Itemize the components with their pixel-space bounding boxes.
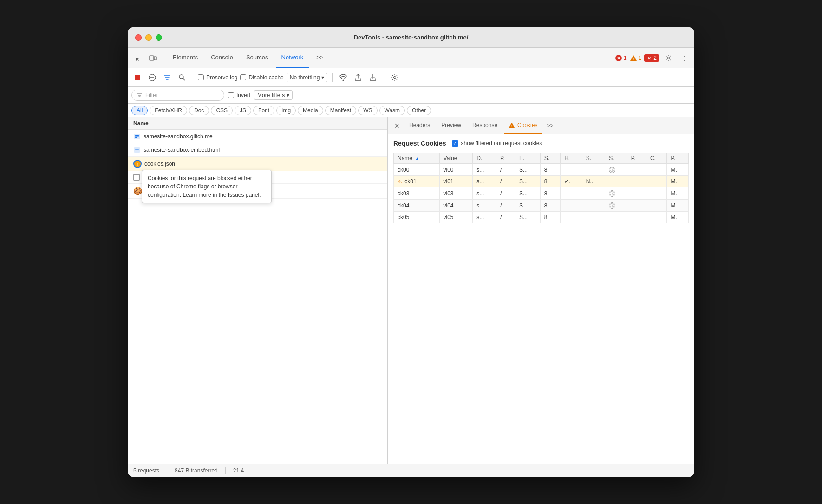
- wifi-icon[interactable]: [337, 71, 349, 84]
- svg-point-15: [179, 75, 183, 79]
- filter-wasm[interactable]: Wasm: [379, 106, 405, 115]
- devtools-body: Elements Console Sources Network >> ✕: [128, 48, 694, 477]
- filter-all[interactable]: All: [131, 106, 148, 115]
- list-item-warning[interactable]: ! cookies.json Cookies for this request …: [128, 157, 387, 171]
- cookie-tooltip: Cookies for this request are blocked eit…: [142, 170, 272, 203]
- table-header-row: Name ▲ Value D. P. E. S. H. S. S. P. C.: [394, 153, 689, 164]
- cursor-icon[interactable]: [131, 52, 144, 65]
- cell-name: ⚠ ck01: [394, 176, 440, 187]
- more-filters-chevron-icon: [287, 92, 289, 98]
- cell-name: ck03: [394, 187, 440, 200]
- col-s2[interactable]: S.: [582, 153, 605, 164]
- show-filtered-label[interactable]: ✓ show filtered out request cookies: [452, 140, 542, 147]
- tab-sources[interactable]: Sources: [241, 48, 274, 68]
- col-value[interactable]: Value: [439, 153, 473, 164]
- issues-badge[interactable]: ✕ 2: [644, 54, 659, 62]
- disable-cache-checkbox[interactable]: Disable cache: [240, 74, 283, 81]
- col-c[interactable]: C.: [646, 153, 666, 164]
- tab-more[interactable]: >>: [311, 48, 329, 68]
- info-icon[interactable]: ⓘ: [609, 167, 615, 173]
- tab-preview[interactable]: Preview: [437, 117, 466, 134]
- info-icon[interactable]: ⓘ: [609, 190, 615, 197]
- filter-media[interactable]: Media: [298, 106, 323, 115]
- tab-cookies[interactable]: ! Cookies: [504, 117, 542, 134]
- show-filtered-checkbox[interactable]: ✓: [452, 140, 458, 147]
- tab-network[interactable]: Network: [276, 48, 309, 68]
- tab-elements[interactable]: Elements: [167, 48, 203, 68]
- preserve-log-checkbox[interactable]: Preserve log: [198, 74, 237, 81]
- warning-triangle-icon: ⚠: [398, 179, 402, 184]
- cell-c: [646, 200, 666, 212]
- doc-icon: [133, 146, 141, 154]
- separator: [163, 53, 163, 63]
- filter-bar: Filter Invert More filters: [128, 87, 694, 104]
- cell-s: 8: [540, 164, 560, 176]
- list-item[interactable]: samesite-sandbox-embed.html: [128, 143, 387, 157]
- filter-js[interactable]: JS: [235, 106, 251, 115]
- main-content: Name samesite-sandbox.glitch.me: [128, 117, 694, 464]
- filter-ws[interactable]: WS: [358, 106, 377, 115]
- maximize-button[interactable]: [156, 34, 162, 41]
- device-toggle-icon[interactable]: [146, 52, 159, 65]
- cell-value: vl05: [439, 212, 473, 223]
- minimize-button[interactable]: [145, 34, 152, 41]
- error-badge[interactable]: ✕ 1: [615, 54, 627, 62]
- close-button[interactable]: [135, 34, 142, 41]
- tab-console[interactable]: Console: [205, 48, 239, 68]
- cell-d: s...: [473, 176, 496, 187]
- clear-icon[interactable]: [146, 71, 158, 84]
- filter-type-row: All Fetch/XHR Doc CSS JS Font Img Media …: [128, 104, 694, 117]
- upload-icon[interactable]: [352, 71, 364, 84]
- info-icon[interactable]: ⓘ: [609, 202, 615, 209]
- svg-rect-25: [135, 150, 139, 150]
- filter-input-container[interactable]: Filter: [131, 90, 224, 101]
- col-name[interactable]: Name ▲: [394, 153, 440, 164]
- traffic-lights: [135, 34, 162, 41]
- filter-css[interactable]: CSS: [211, 106, 233, 115]
- more-filters-btn[interactable]: More filters: [254, 90, 293, 100]
- settings-icon[interactable]: [662, 52, 675, 65]
- panel-close-icon[interactable]: ✕: [391, 120, 403, 131]
- cell-p: /: [496, 212, 515, 223]
- settings-network-icon[interactable]: [389, 71, 401, 84]
- col-p3[interactable]: P.: [667, 153, 689, 164]
- col-e[interactable]: E.: [515, 153, 541, 164]
- col-s3[interactable]: S.: [605, 153, 627, 164]
- panel-more-icon[interactable]: >>: [544, 123, 556, 129]
- warning-badge[interactable]: ! 1: [630, 54, 642, 62]
- svg-text:!: !: [137, 163, 138, 166]
- download-icon[interactable]: [367, 71, 379, 84]
- col-s[interactable]: S.: [540, 153, 560, 164]
- cell-p3: M.: [667, 164, 689, 176]
- tab-headers[interactable]: Headers: [404, 117, 435, 134]
- record-stop-icon[interactable]: ⏹: [131, 71, 144, 84]
- cell-value: vl03: [439, 187, 473, 200]
- col-h[interactable]: H.: [561, 153, 582, 164]
- cell-s: 8: [540, 212, 560, 223]
- cell-d: s...: [473, 187, 496, 200]
- col-d[interactable]: D.: [473, 153, 496, 164]
- cell-p2: [627, 212, 646, 223]
- col-p2[interactable]: P.: [627, 153, 646, 164]
- throttle-select[interactable]: No throttling: [287, 73, 328, 82]
- cell-c: [646, 187, 666, 200]
- cell-h: ✓.: [561, 176, 582, 187]
- filter-other[interactable]: Other: [407, 106, 431, 115]
- table-row: ck05 vl05 s... / S... 8: [394, 212, 689, 223]
- filter-fetch-xhr[interactable]: Fetch/XHR: [150, 106, 187, 115]
- list-item[interactable]: samesite-sandbox.glitch.me: [128, 130, 387, 143]
- filter-img[interactable]: Img: [276, 106, 296, 115]
- filter-font[interactable]: Font: [253, 106, 274, 115]
- more-options-icon[interactable]: ⋮: [678, 52, 691, 65]
- invert-checkbox[interactable]: Invert: [228, 92, 250, 98]
- filter-manifest[interactable]: Manifest: [325, 106, 356, 115]
- col-p[interactable]: P.: [496, 153, 515, 164]
- cell-s3: [605, 212, 627, 223]
- search-icon[interactable]: [176, 71, 188, 84]
- filter-icon[interactable]: [161, 71, 173, 84]
- filter-doc[interactable]: Doc: [189, 106, 209, 115]
- separator: [384, 73, 384, 82]
- window-title: DevTools - samesite-sandbox.glitch.me/: [354, 34, 469, 41]
- tab-response[interactable]: Response: [468, 117, 502, 134]
- total-size: 21.4: [233, 467, 244, 474]
